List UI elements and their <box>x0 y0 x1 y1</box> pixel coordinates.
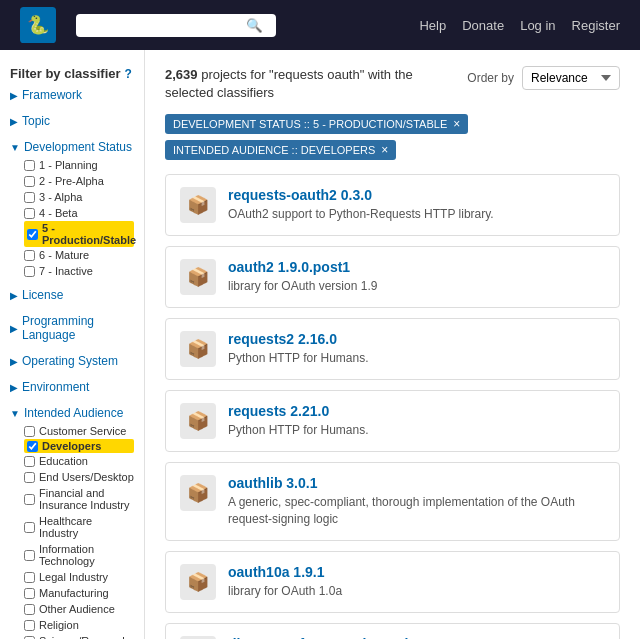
chevron-icon: ▶ <box>10 90 18 101</box>
sidebar-checkbox[interactable] <box>27 441 38 452</box>
filter-tag-remove[interactable]: × <box>453 118 460 130</box>
search-button[interactable]: 🔍 <box>246 18 263 33</box>
package-description: A generic, spec-compliant, thorough impl… <box>228 494 605 528</box>
package-description: Python HTTP for Humans. <box>228 350 605 367</box>
sidebar-checkbox[interactable] <box>24 472 35 483</box>
sidebar-checkbox[interactable] <box>24 208 35 219</box>
sidebar-checkbox[interactable] <box>24 160 35 171</box>
sidebar-checkbox[interactable] <box>24 426 35 437</box>
sidebar-item-label: Other Audience <box>39 603 115 615</box>
sidebar-item[interactable]: 1 - Planning <box>24 157 134 173</box>
package-icon: 📦 <box>180 331 216 367</box>
sidebar-checkbox[interactable] <box>24 636 35 640</box>
sidebar-item[interactable]: Healthcare Industry <box>24 513 134 541</box>
help-icon[interactable]: ? <box>125 67 132 81</box>
sidebar-item[interactable]: Information Technology <box>24 541 134 569</box>
package-icon: 📦 <box>180 475 216 511</box>
results-info: 2,639 projects for "requests oauth" with… <box>165 66 413 102</box>
filter-tags: DEVELOPMENT STATUS :: 5 - PRODUCTION/STA… <box>165 114 620 160</box>
package-icon: 📦 <box>180 403 216 439</box>
login-link[interactable]: Log in <box>520 18 555 33</box>
package-card[interactable]: 📦requests-oauth2 0.3.0OAuth2 support to … <box>165 174 620 236</box>
header-nav: Help Donate Log in Register <box>419 18 620 33</box>
sidebar-item[interactable]: Education <box>24 453 134 469</box>
package-name: requests2 2.16.0 <box>228 331 605 347</box>
donate-link[interactable]: Donate <box>462 18 504 33</box>
sidebar-category-intended-audience[interactable]: ▼Intended Audience <box>10 403 134 423</box>
sidebar-item-label: Healthcare Industry <box>39 515 134 539</box>
sidebar-section-environment: ▶Environment <box>10 377 134 397</box>
package-card[interactable]: 📦oauth2 1.9.0.post1library for OAuth ver… <box>165 246 620 308</box>
sidebar-checkbox[interactable] <box>24 604 35 615</box>
sidebar-item[interactable]: Other Audience <box>24 601 134 617</box>
logo[interactable]: 🐍 <box>20 7 56 43</box>
sidebar-category-programming-language[interactable]: ▶Programming Language <box>10 311 134 345</box>
sidebar-checkbox[interactable] <box>24 572 35 583</box>
order-select[interactable]: Relevance Date Added Trending <box>522 66 620 90</box>
package-list: 📦requests-oauth2 0.3.0OAuth2 support to … <box>165 174 620 639</box>
package-card[interactable]: 📦requests 2.21.0Python HTTP for Humans. <box>165 390 620 452</box>
sidebar-item[interactable]: 4 - Beta <box>24 205 134 221</box>
sidebar-item-label: Customer Service <box>39 425 126 437</box>
package-icon: 📦 <box>180 564 216 600</box>
package-description: Python HTTP for Humans. <box>228 422 605 439</box>
sidebar-item[interactable]: Financial and Insurance Industry <box>24 485 134 513</box>
order-label: Order by <box>467 71 514 85</box>
help-link[interactable]: Help <box>419 18 446 33</box>
sidebar-item[interactable]: Religion <box>24 617 134 633</box>
sidebar: Filter by classifier ? ▶Framework▶Topic▼… <box>0 50 145 639</box>
sidebar-checkbox[interactable] <box>24 494 35 505</box>
sidebar-items-development-status: 1 - Planning2 - Pre-Alpha3 - Alpha4 - Be… <box>10 157 134 279</box>
sidebar-item[interactable]: Customer Service <box>24 423 134 439</box>
sidebar-category-operating-system[interactable]: ▶Operating System <box>10 351 134 371</box>
sidebar-item[interactable]: 2 - Pre-Alpha <box>24 173 134 189</box>
sidebar-checkbox[interactable] <box>24 522 35 533</box>
search-input[interactable]: requests oauth <box>86 18 246 33</box>
sidebar-section-development-status: ▼Development Status1 - Planning2 - Pre-A… <box>10 137 134 279</box>
results-header: 2,639 projects for "requests oauth" with… <box>165 66 620 102</box>
sidebar-category-development-status[interactable]: ▼Development Status <box>10 137 134 157</box>
sidebar-category-environment[interactable]: ▶Environment <box>10 377 134 397</box>
package-icon: 📦 <box>180 187 216 223</box>
sidebar-checkbox[interactable] <box>24 250 35 261</box>
sidebar-item[interactable]: 3 - Alpha <box>24 189 134 205</box>
package-description: library for OAuth 1.0a <box>228 583 605 600</box>
sidebar-category-topic[interactable]: ▶Topic <box>10 111 134 131</box>
sidebar-item-label: Financial and Insurance Industry <box>39 487 134 511</box>
package-description: library for OAuth version 1.9 <box>228 278 605 295</box>
sidebar-item[interactable]: Developers <box>24 439 134 453</box>
sidebar-checkbox[interactable] <box>24 550 35 561</box>
sidebar-item-label: 5 - Production/Stable <box>42 222 136 246</box>
sidebar-item[interactable]: Legal Industry <box>24 569 134 585</box>
sidebar-checkbox[interactable] <box>24 620 35 631</box>
sidebar-checkbox[interactable] <box>24 456 35 467</box>
sidebar-item-label: Information Technology <box>39 543 134 567</box>
sidebar-category-framework[interactable]: ▶Framework <box>10 85 134 105</box>
sidebar-item[interactable]: Manufacturing <box>24 585 134 601</box>
header: 🐍 requests oauth 🔍 Help Donate Log in Re… <box>0 0 640 50</box>
package-card[interactable]: 📦requests2 2.16.0Python HTTP for Humans. <box>165 318 620 380</box>
sidebar-item[interactable]: Science/Research <box>24 633 134 639</box>
package-card[interactable]: 📦djangorestframework-oauth 1.1.0OAuth su… <box>165 623 620 639</box>
sidebar-item[interactable]: End Users/Desktop <box>24 469 134 485</box>
sidebar-item[interactable]: 6 - Mature <box>24 247 134 263</box>
tag-dev-status: DEVELOPMENT STATUS :: 5 - PRODUCTION/STA… <box>165 114 468 134</box>
sidebar-item[interactable]: 7 - Inactive <box>24 263 134 279</box>
sidebar-checkbox[interactable] <box>27 229 38 240</box>
sidebar-item[interactable]: 5 - Production/Stable <box>24 221 134 247</box>
filter-tag-label: INTENDED AUDIENCE :: DEVELOPERS <box>173 144 375 156</box>
sidebar-item-label: 4 - Beta <box>39 207 78 219</box>
filter-tag-remove[interactable]: × <box>381 144 388 156</box>
page-content: Filter by classifier ? ▶Framework▶Topic▼… <box>0 50 640 639</box>
package-info: oauth2 1.9.0.post1library for OAuth vers… <box>228 259 605 295</box>
package-info: requests 2.21.0Python HTTP for Humans. <box>228 403 605 439</box>
package-icon: 📦 <box>180 259 216 295</box>
sidebar-checkbox[interactable] <box>24 588 35 599</box>
package-card[interactable]: 📦oauth10a 1.9.1library for OAuth 1.0a <box>165 551 620 613</box>
register-link[interactable]: Register <box>572 18 620 33</box>
sidebar-category-license[interactable]: ▶License <box>10 285 134 305</box>
package-card[interactable]: 📦oauthlib 3.0.1A generic, spec-compliant… <box>165 462 620 541</box>
sidebar-checkbox[interactable] <box>24 266 35 277</box>
sidebar-checkbox[interactable] <box>24 192 35 203</box>
sidebar-checkbox[interactable] <box>24 176 35 187</box>
